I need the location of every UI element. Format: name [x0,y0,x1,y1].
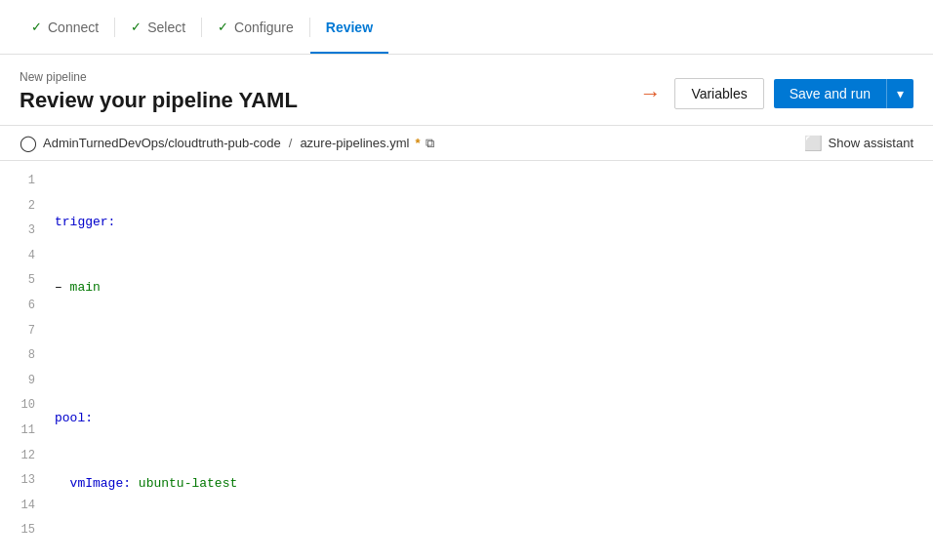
filepath-left: ◯ AdminTurnedDevOps/cloudtruth-pub-code … [20,134,434,152]
stepper-label-configure: Configure [234,20,294,35]
code-line-6 [55,538,933,547]
modified-marker: * [415,136,420,150]
page-title: Review your pipeline YAML [20,88,298,113]
ln-3: 3 [8,219,35,244]
ln-1: 1 [8,169,35,194]
check-icon: ✓ [31,20,42,34]
header-section: New pipeline Review your pipeline YAML →… [0,55,933,126]
variables-button[interactable]: Variables [674,78,763,109]
code-editor: 1 2 3 4 5 6 7 8 9 10 11 12 13 14 15 16 t… [0,161,933,547]
code-line-4: pool: [55,406,933,431]
save-run-group: Save and run ▾ [774,79,913,108]
ln-16: 16 [8,543,35,547]
new-pipeline-label: New pipeline [20,70,298,84]
stepper-item-configure[interactable]: ✓ Configure [202,0,309,54]
ln-2: 2 [8,194,35,220]
arrow-icon: → [639,81,661,106]
code-line-5: vmImage: ubuntu-latest [55,471,933,497]
ln-10: 10 [8,393,35,419]
ln-5: 5 [8,268,35,294]
stepper: ✓ Connect ✓ Select ✓ Configure Review [0,0,933,55]
header-actions: → Variables Save and run ▾ [639,78,913,113]
ln-13: 13 [8,468,35,494]
save-and-run-button[interactable]: Save and run [774,79,886,108]
show-assistant-button[interactable]: ⬜ Show assistant [804,135,913,152]
show-assistant-label: Show assistant [829,136,913,150]
ln-7: 7 [8,319,35,344]
ln-15: 15 [8,518,35,543]
repo-name[interactable]: AdminTurnedDevOps/cloudtruth-pub-code [43,136,281,150]
save-run-dropdown-button[interactable]: ▾ [886,79,913,108]
code-line-2: – main [55,275,933,300]
github-icon: ◯ [20,134,37,152]
stepper-label-review: Review [326,20,373,35]
ln-6: 6 [8,294,35,319]
stepper-label-connect: Connect [48,20,99,35]
stepper-label-select: Select [147,20,185,35]
ln-12: 12 [8,444,35,469]
ln-4: 4 [8,244,35,269]
stepper-item-select[interactable]: ✓ Select [115,0,201,54]
code-line-3 [55,340,933,366]
header-left: New pipeline Review your pipeline YAML [20,70,298,113]
copy-icon[interactable]: ⧉ [426,136,434,151]
pipeline-filename[interactable]: azure-pipelines.yml [300,136,409,150]
filepath-sep: / [289,136,293,150]
assistant-icon: ⬜ [804,135,823,152]
filepath-bar: ◯ AdminTurnedDevOps/cloudtruth-pub-code … [0,126,933,161]
code-line-1: trigger: [55,210,933,235]
ln-14: 14 [8,494,35,519]
ln-8: 8 [8,343,35,369]
stepper-item-review[interactable]: Review [310,0,388,54]
check-icon-3: ✓ [218,20,228,34]
line-numbers: 1 2 3 4 5 6 7 8 9 10 11 12 13 14 15 16 [0,161,47,547]
ln-9: 9 [8,369,35,394]
ln-11: 11 [8,419,35,444]
check-icon-2: ✓ [131,20,142,34]
stepper-item-connect[interactable]: ✓ Connect [16,0,114,54]
code-content[interactable]: trigger: – main pool: vmImage: ubuntu-la… [47,161,933,547]
